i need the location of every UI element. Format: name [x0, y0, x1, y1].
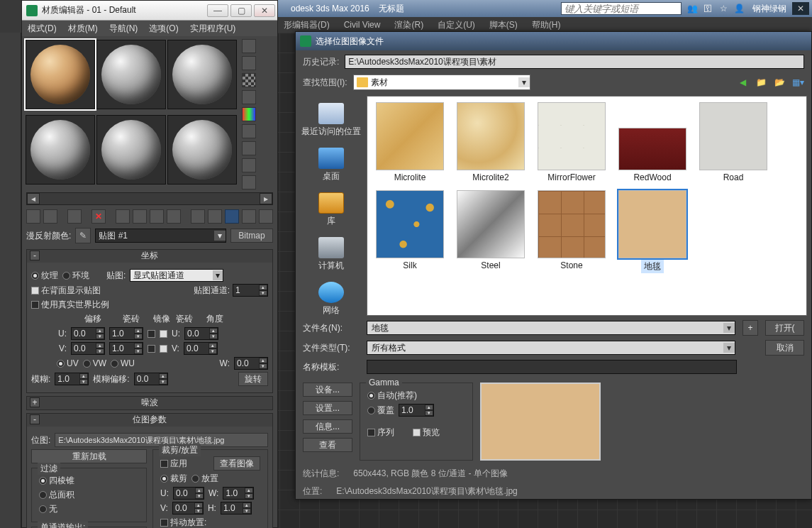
show-map-icon[interactable] — [208, 209, 222, 224]
place-desktop[interactable]: 桌面 — [317, 145, 345, 185]
new-folder-icon[interactable]: 📂 — [773, 76, 786, 89]
gamma-spinner[interactable]: 1.0▴▾ — [399, 404, 434, 417]
binoculars-icon[interactable]: 👥 — [686, 2, 699, 15]
setup-button[interactable]: 设置... — [303, 401, 352, 415]
v-tile-checkbox[interactable] — [160, 345, 167, 353]
video-color-icon[interactable] — [242, 107, 256, 121]
open-button[interactable]: 打开( — [765, 320, 804, 336]
none-radio[interactable]: 无 — [39, 503, 57, 515]
username[interactable]: 钢神绿钢 — [752, 3, 786, 15]
crop-w-spinner[interactable]: 1.0▴▾ — [223, 487, 254, 500]
environ-radio[interactable]: 环境 — [62, 270, 89, 282]
u-angle-spinner[interactable]: 0.0▴▾ — [184, 327, 218, 340]
menu-item[interactable]: 形编辑器(D) — [284, 19, 330, 31]
scroll-left-icon[interactable]: ◂ — [27, 193, 40, 204]
make-copy-icon[interactable] — [116, 209, 130, 224]
use-real-checkbox[interactable]: 使用真实世界比例 — [31, 299, 109, 311]
file-item[interactable]: Road — [696, 102, 770, 183]
close-button[interactable]: ✕ — [254, 4, 275, 17]
sample-slot-5[interactable] — [96, 115, 166, 185]
texture-radio[interactable]: 纹理 — [31, 270, 58, 282]
show-end-icon[interactable] — [191, 209, 205, 224]
sample-type-icon[interactable] — [242, 39, 256, 53]
mapping-dropdown[interactable]: 显式贴图通道▾ — [130, 269, 223, 282]
get-material-icon[interactable] — [26, 209, 40, 224]
key-icon[interactable]: ⚿ — [701, 2, 714, 15]
blur-spinner[interactable]: 1.0▴▾ — [55, 373, 89, 385]
file-item[interactable]: Microlite — [373, 102, 447, 183]
view-menu-icon[interactable]: ▦▾ — [791, 76, 804, 89]
menu-item[interactable]: 自定义(U) — [438, 19, 475, 31]
minimize-button[interactable]: — — [207, 4, 228, 17]
file-item[interactable]: Steel — [454, 190, 528, 273]
view-image-button[interactable]: 查看图像 — [213, 456, 260, 471]
reload-button[interactable]: 重新加载 — [31, 449, 147, 463]
mat-map-nav-icon[interactable] — [242, 175, 256, 189]
crop-u-spinner[interactable]: 0.0▴▾ — [173, 487, 204, 500]
lookin-dropdown[interactable]: 素材▾ — [353, 75, 530, 90]
maximize-button[interactable]: ▢ — [230, 4, 252, 17]
v-offset-spinner[interactable]: 0.0▴▾ — [71, 342, 105, 355]
show-in-viewport-icon[interactable] — [225, 209, 239, 224]
menu-item[interactable]: 材质(M) — [68, 23, 98, 35]
make-preview-icon[interactable] — [242, 124, 256, 138]
blur-offset-spinner[interactable]: 0.0▴▾ — [134, 373, 168, 385]
pyramidal-radio[interactable]: 四棱锥 — [39, 475, 74, 487]
sample-slot-3[interactable] — [167, 40, 237, 109]
file-item[interactable]: RedWood — [616, 102, 689, 183]
v-mirror-checkbox[interactable] — [148, 345, 155, 353]
expand-button[interactable]: + — [30, 397, 40, 407]
vw-radio[interactable]: VW — [83, 358, 106, 368]
menu-item[interactable]: 模式(D) — [28, 23, 57, 35]
me-titlebar[interactable]: 材质编辑器 - 01 - Default — ▢ ✕ — [22, 1, 277, 21]
filetype-dropdown[interactable]: 所有格式▾ — [367, 341, 735, 355]
options-icon[interactable] — [242, 141, 256, 155]
back-icon[interactable]: ◀ — [736, 76, 749, 89]
u-offset-spinner[interactable]: 0.0▴▾ — [71, 327, 105, 340]
menu-item[interactable]: 导航(N) — [109, 23, 138, 35]
place-network[interactable]: 网络 — [317, 279, 345, 319]
apply-checkbox[interactable]: 应用 — [160, 458, 187, 470]
up-icon[interactable]: 📁 — [755, 76, 767, 89]
reset-map-icon[interactable]: ✕ — [91, 209, 106, 224]
sequence-checkbox[interactable]: 序列 — [367, 427, 394, 439]
uv-radio[interactable]: UV — [57, 358, 79, 368]
sample-uv-icon[interactable] — [242, 90, 256, 104]
search-input[interactable] — [561, 2, 682, 15]
dialog-titlebar[interactable]: 选择位图图像文件 — [296, 32, 811, 50]
preview-checkbox[interactable]: 预览 — [413, 427, 440, 439]
go-parent-icon[interactable] — [242, 209, 256, 224]
file-list[interactable]: MicroliteMicrolite2MirrorFlowerRedWoodRo… — [367, 96, 807, 316]
menu-item[interactable]: Civil View — [344, 20, 381, 30]
sample-slot-4[interactable] — [26, 115, 95, 185]
info-button[interactable]: 信息... — [303, 419, 352, 434]
go-forward-icon[interactable] — [259, 209, 273, 224]
menu-item[interactable]: 实用程序(U) — [190, 23, 236, 35]
file-item[interactable]: Silk — [373, 190, 447, 273]
file-item[interactable]: 地毯 — [616, 190, 689, 273]
background-icon[interactable] — [242, 73, 256, 87]
rotate-button[interactable]: 旋转 — [238, 372, 268, 386]
map-channel-spinner[interactable]: 1▴▾ — [233, 284, 268, 297]
assign-to-sel-icon[interactable] — [67, 209, 82, 224]
template-input[interactable] — [367, 360, 737, 374]
star-icon[interactable]: ☆ — [717, 2, 730, 15]
cancel-button[interactable]: 取消 — [765, 340, 804, 356]
put-to-lib-icon[interactable] — [150, 209, 164, 224]
select-by-mat-icon[interactable] — [242, 158, 256, 172]
gamma-auto-radio[interactable]: 自动(推荐) — [367, 390, 417, 402]
scroll-right-icon[interactable]: ▸ — [260, 193, 272, 204]
u-tiling-spinner[interactable]: 1.0▴▾ — [109, 327, 143, 340]
map-name-dropdown[interactable]: 贴图 #1▾ — [95, 229, 226, 243]
w-angle-spinner[interactable]: 0.0▴▾ — [234, 357, 268, 370]
crop-h-spinner[interactable]: 1.0▴▾ — [221, 502, 252, 515]
crop-v-spinner[interactable]: 0.0▴▾ — [172, 502, 204, 515]
slot-scrollbar[interactable]: ◂▸ — [26, 192, 273, 205]
sample-slot-2[interactable] — [96, 40, 166, 109]
place-recent[interactable]: 最近访问的位置 — [300, 100, 362, 141]
crop-radio[interactable]: 裁剪 — [160, 473, 187, 485]
plus-button[interactable]: + — [743, 320, 758, 336]
put-to-scene-icon[interactable] — [43, 209, 57, 224]
wu-radio[interactable]: WU — [111, 358, 135, 368]
history-dropdown[interactable]: E:\Autodesk3dsMax2010课程项目\素材 — [345, 55, 804, 69]
